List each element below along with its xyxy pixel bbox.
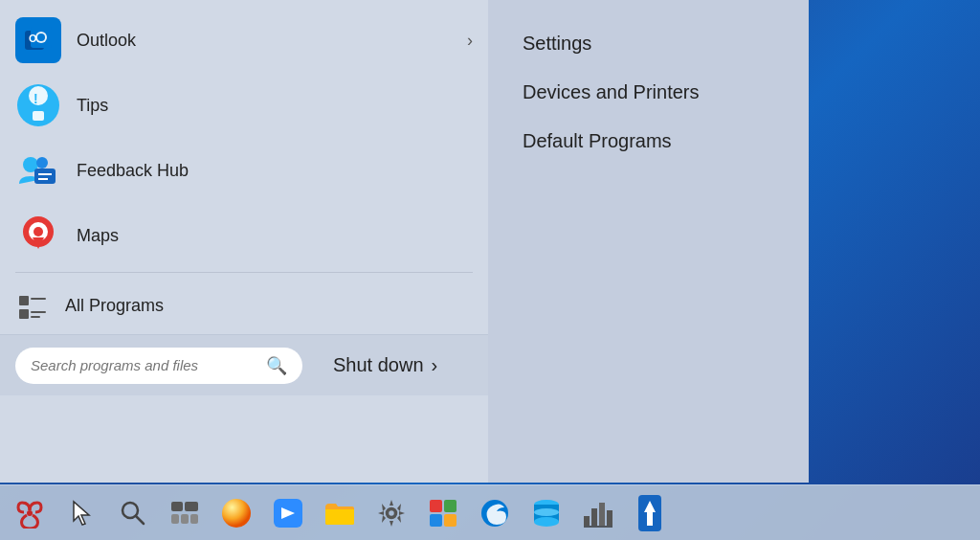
taskbar-cursor — [57, 489, 105, 537]
svg-rect-48 — [591, 508, 597, 526]
svg-rect-41 — [444, 514, 457, 527]
taskbar-folder[interactable] — [316, 489, 364, 537]
outlook-label: Outlook — [77, 31, 136, 51]
taskbar-edge[interactable] — [471, 489, 519, 537]
svg-rect-50 — [607, 510, 612, 526]
taskbar-ball[interactable] — [212, 489, 260, 537]
all-programs-icon — [15, 288, 50, 323]
taskbar-biohazard[interactable] — [6, 489, 54, 537]
svg-text:!: ! — [33, 91, 38, 106]
svg-rect-29 — [185, 502, 198, 511]
taskbar-chart[interactable] — [574, 489, 622, 537]
svg-rect-47 — [584, 516, 590, 526]
feedback-hub-label: Feedback Hub — [77, 161, 189, 181]
svg-point-16 — [33, 227, 43, 236]
svg-rect-40 — [430, 514, 442, 527]
shutdown-button[interactable]: Shut down › — [318, 347, 453, 384]
svg-rect-18 — [19, 296, 29, 305]
all-programs-item[interactable]: All Programs — [0, 277, 488, 334]
svg-rect-22 — [31, 316, 40, 318]
start-menu: O Outlook › ! — [0, 0, 809, 483]
svg-point-3 — [37, 34, 45, 41]
svg-line-27 — [136, 516, 144, 524]
right-item-default-programs[interactable]: Default Programs — [519, 121, 778, 162]
outlook-arrow: › — [467, 31, 473, 51]
taskbar-arrow-up[interactable] — [626, 489, 674, 537]
svg-text:O: O — [29, 33, 37, 44]
svg-point-46 — [534, 508, 559, 516]
bottom-bar: 🔍 Shut down › — [0, 334, 488, 395]
svg-rect-20 — [19, 309, 29, 319]
taskbar-search[interactable] — [109, 489, 157, 537]
svg-rect-31 — [181, 514, 189, 524]
svg-rect-49 — [599, 503, 605, 526]
tips-icon: ! — [15, 82, 61, 128]
svg-point-45 — [534, 517, 559, 527]
svg-rect-11 — [34, 169, 56, 184]
outlook-icon: O — [15, 17, 61, 63]
right-item-devices-printers[interactable]: Devices and Printers — [519, 72, 778, 113]
search-bar[interactable]: 🔍 — [15, 348, 302, 384]
svg-point-6 — [29, 86, 48, 105]
svg-rect-7 — [33, 111, 44, 121]
svg-rect-21 — [31, 311, 46, 313]
svg-marker-25 — [74, 502, 89, 525]
svg-rect-19 — [31, 298, 46, 300]
svg-point-33 — [222, 499, 251, 528]
taskbar-task-view[interactable] — [161, 489, 209, 537]
svg-point-24 — [28, 511, 32, 515]
app-item-outlook[interactable]: O Outlook › — [0, 8, 488, 73]
shutdown-label: Shut down — [333, 354, 424, 376]
svg-rect-32 — [190, 514, 198, 524]
taskbar-zoom[interactable] — [264, 489, 312, 537]
svg-rect-38 — [430, 500, 442, 512]
taskbar-database[interactable] — [523, 489, 570, 537]
svg-rect-30 — [171, 514, 179, 524]
tips-label: Tips — [77, 96, 108, 116]
svg-point-10 — [36, 157, 48, 169]
maps-label: Maps — [77, 226, 119, 246]
svg-point-37 — [388, 509, 395, 517]
app-item-tips[interactable]: ! Tips — [0, 73, 488, 138]
left-panel: O Outlook › ! — [0, 0, 488, 483]
divider — [15, 272, 473, 273]
taskbar — [0, 484, 980, 540]
feedback-hub-icon — [15, 147, 61, 193]
app-item-maps[interactable]: Maps — [0, 203, 488, 268]
search-icon[interactable]: 🔍 — [266, 355, 287, 376]
search-input[interactable] — [31, 357, 260, 373]
svg-rect-28 — [171, 502, 183, 511]
taskbar-settings[interactable] — [368, 489, 415, 537]
app-item-feedback-hub[interactable]: Feedback Hub — [0, 138, 488, 203]
desktop: O Outlook › ! — [0, 0, 980, 540]
maps-icon — [15, 213, 61, 259]
all-programs-label: All Programs — [65, 296, 164, 316]
right-panel: Settings Devices and Printers Default Pr… — [488, 0, 809, 483]
shutdown-arrow: › — [432, 354, 438, 376]
svg-rect-39 — [444, 500, 457, 512]
taskbar-store[interactable] — [419, 489, 467, 537]
right-item-settings[interactable]: Settings — [519, 23, 778, 64]
